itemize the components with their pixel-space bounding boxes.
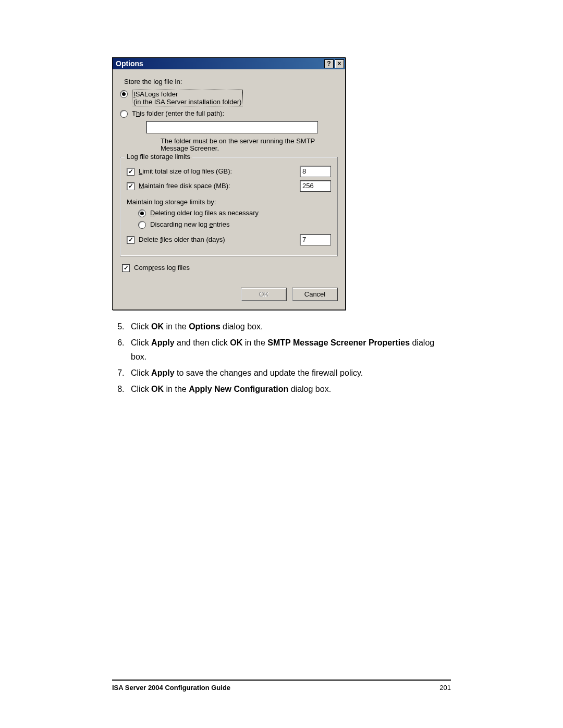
cancel-button[interactable]: Cancel: [292, 288, 338, 301]
help-icon: ?: [327, 60, 331, 67]
folder-hint: The folder must be on the server running…: [161, 138, 322, 153]
help-button[interactable]: ?: [324, 59, 334, 68]
chk-compress[interactable]: ✓: [122, 264, 130, 272]
radio-discard-new-label: Discarding new log entries: [150, 220, 229, 228]
chk-delete-files-older[interactable]: ✓: [127, 236, 134, 244]
instruction-item: Click OK in the Apply New Configuration …: [127, 382, 451, 396]
chk-delete-files-older-label: Delete files older than (days): [139, 236, 225, 243]
radio-isalogs-label: ISALogs folder (in the ISA Server instal…: [132, 90, 243, 106]
instruction-item: Click Apply to save the changes and upda…: [127, 366, 451, 380]
radio-delete-older-label: Deleting older log files as necessary: [150, 209, 259, 217]
instruction-list: Click OK in the Options dialog box. Clic…: [112, 319, 451, 397]
radio-isalogs[interactable]: [120, 90, 128, 98]
chk-limit-total[interactable]: ✓: [127, 168, 134, 176]
chk-compress-label: Compress log files: [134, 264, 190, 272]
store-log-label: Store the log file in:: [124, 78, 338, 85]
storage-limits-fieldset: Log file storage limits ✓ Limit total si…: [120, 157, 338, 256]
radio-this-folder-label: This folder (enter the full path):: [132, 109, 224, 117]
options-dialog: Options ? × Store the log file in: ISALo…: [112, 57, 346, 310]
input-limit-total[interactable]: [300, 166, 331, 177]
page-footer: ISA Server 2004 Configuration Guide 201: [112, 680, 451, 692]
footer-title: ISA Server 2004 Configuration Guide: [112, 684, 230, 692]
chk-maintain-free-label: Maintain free disk space (MB):: [139, 182, 230, 190]
instruction-item: Click Apply and then click OK in the SMT…: [127, 336, 451, 364]
ok-button[interactable]: OK: [241, 288, 287, 301]
radio-discard-new[interactable]: [138, 221, 146, 229]
instruction-item: Click OK in the Options dialog box.: [127, 319, 451, 334]
titlebar: Options ? ×: [113, 58, 345, 69]
radio-delete-older[interactable]: [138, 209, 146, 217]
chk-limit-total-label: Limit total size of log files (GB):: [139, 167, 232, 175]
dialog-title: Options: [116, 59, 143, 68]
close-icon: ×: [337, 60, 341, 67]
input-delete-files-older[interactable]: [300, 234, 331, 245]
radio-this-folder[interactable]: [120, 110, 128, 118]
chk-maintain-free[interactable]: ✓: [127, 182, 134, 190]
maintain-by-label: Maintain log storage limits by:: [127, 198, 331, 206]
close-button[interactable]: ×: [335, 59, 344, 68]
folder-path-input[interactable]: [146, 121, 318, 133]
fieldset-legend: Log file storage limits: [125, 153, 192, 161]
input-maintain-free[interactable]: [300, 180, 331, 192]
footer-page-number: 201: [439, 684, 451, 692]
